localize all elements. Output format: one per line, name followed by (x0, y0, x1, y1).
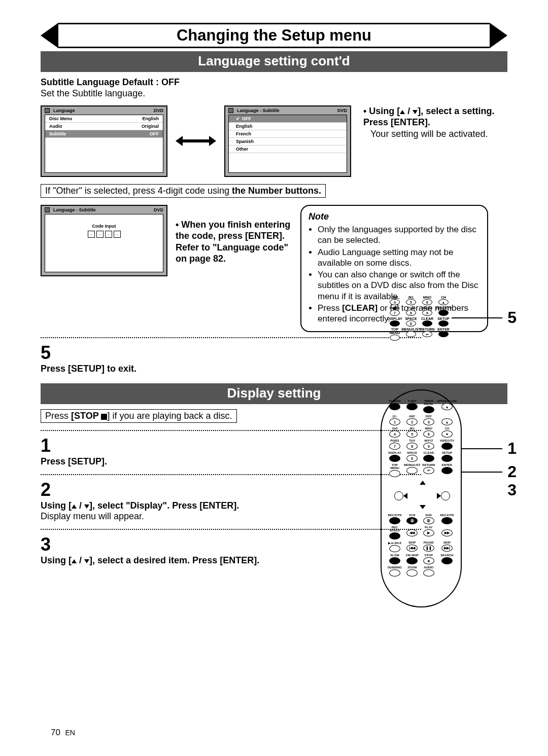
callout-3: 3 (507, 481, 517, 499)
callout-2: 2 (507, 462, 517, 481)
instruction-activated: Your setting will be activated. (370, 128, 507, 140)
osd-opt: English (229, 123, 347, 130)
osd-code-input: Language - Subtitle DVD Code Input ---- (41, 205, 167, 276)
osd-tag: DVD (154, 108, 163, 113)
banner-left-arrow (41, 23, 58, 48)
osd-language-menu: Language DVD Disc MenuEnglish AudioOrigi… (41, 105, 167, 177)
divider (41, 529, 421, 530)
section-language: Language setting cont'd (41, 51, 507, 72)
note-item: Only the languages supported by the disc… (318, 224, 480, 246)
callout-line (462, 448, 502, 449)
osd-opt: Spanish (229, 138, 347, 146)
osd-tag: DVD (337, 108, 347, 113)
osd-opt-selected: OFF (229, 115, 347, 123)
subtitle-heading: Subtitle Language Default : OFF (41, 77, 507, 88)
divider (41, 430, 421, 431)
note-title: Note (309, 211, 480, 223)
note-item: Audio Language setting may not be availa… (318, 247, 480, 269)
remote-diagram: POWER T-SET TIMER PROG. OPEN/CLOSE▲ @!.1… (381, 389, 462, 607)
osd-title: Language - Subtitle (237, 108, 280, 113)
callout-line (452, 317, 502, 318)
title-banner: Changing the Setup menu (41, 23, 507, 48)
osd-row-selected: SubtitleOFF (45, 130, 163, 138)
osd-tag: DVD (154, 207, 163, 212)
code-input-label: Code Input (50, 224, 158, 229)
osd-row: AudioOriginal (45, 123, 163, 130)
banner-line (58, 47, 490, 48)
down-icon (413, 110, 418, 114)
osd-row: Disc MenuEnglish (45, 115, 163, 123)
banner-line (58, 23, 490, 24)
down-icon (84, 559, 89, 563)
divider (41, 474, 421, 475)
keypad-diagram: GHI4 JKL5 MNO6 CH▲ PQRS7 TUV8 WXYZ9 VIDE… (387, 294, 452, 342)
down-icon (84, 505, 89, 509)
osd-subtitle-menu: Language - Subtitle DVD OFF English Fren… (224, 105, 351, 177)
menu-icon (45, 108, 50, 113)
up-icon (400, 110, 405, 114)
boxed-other-note: If "Other" is selected, press 4-digit co… (41, 184, 326, 198)
callout-line (462, 472, 502, 473)
menu-icon (45, 207, 50, 212)
page-title: Changing the Setup menu (41, 23, 507, 48)
code-instruction: • When you finish entering the code, pre… (176, 205, 292, 265)
callout-1: 1 (507, 439, 517, 458)
boxed-stop-note: Press [STOP ] if you are playing back a … (41, 409, 237, 423)
osd-title: Language - Subtitle (53, 207, 96, 212)
subtitle-desc: Set the Subtitle language. (41, 88, 507, 99)
menu-icon (228, 108, 233, 113)
step-5-num: 5 (41, 342, 507, 364)
osd-opt: Other (229, 146, 347, 153)
instruction-select: • Using [ / ], select a setting. Press [… (363, 105, 507, 128)
up-icon (72, 505, 77, 509)
osd-opt: French (229, 130, 347, 138)
osd-title: Language (53, 108, 75, 113)
double-arrow-icon (176, 136, 216, 146)
callout-5: 5 (507, 308, 517, 327)
step-5-text: Press [SETUP] to exit. (41, 364, 507, 374)
banner-right-arrow (490, 23, 507, 48)
divider (41, 337, 421, 338)
up-icon (72, 559, 77, 563)
page-number: 70 EN (51, 728, 75, 738)
dpad (399, 481, 445, 509)
stop-icon (101, 414, 107, 420)
code-input-boxes: ---- (50, 231, 158, 238)
